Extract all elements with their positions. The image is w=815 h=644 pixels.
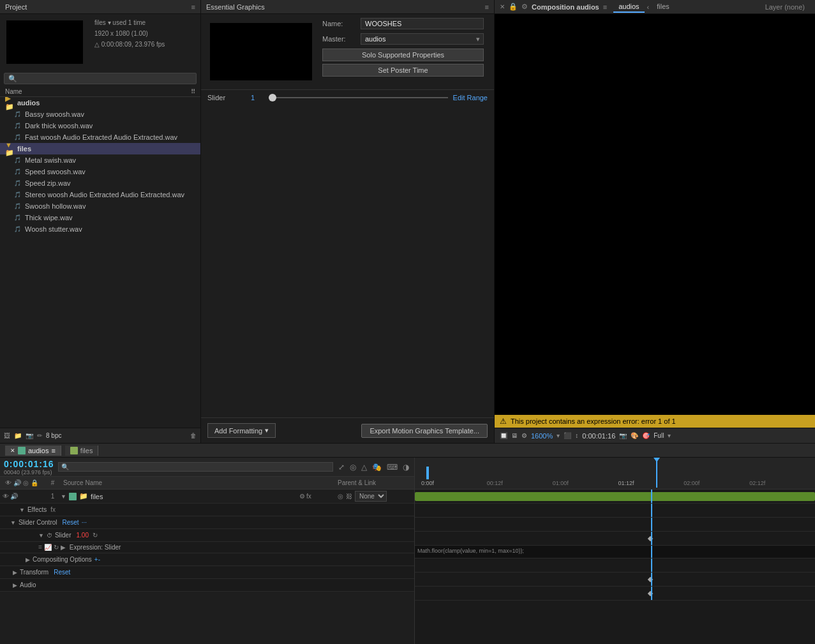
close-icon[interactable]: ✕ bbox=[10, 447, 15, 454]
solo-icon[interactable]: ◎ bbox=[348, 463, 357, 472]
comp-menu-icon[interactable]: ≡ bbox=[603, 3, 607, 11]
timeline-tab-audios[interactable]: ✕ audios ≡ bbox=[5, 446, 61, 456]
expand-icon[interactable]: ⤢ bbox=[337, 463, 346, 472]
time-marker-200: 02:00f bbox=[684, 480, 749, 486]
master-select[interactable]: audios bbox=[361, 33, 484, 45]
bpc-label: 8 bpc bbox=[46, 432, 61, 439]
track-lane-1 bbox=[415, 490, 815, 504]
expand-icon[interactable]: ▼ bbox=[61, 493, 66, 500]
list-item[interactable]: 🎵 Fast woosh Audio Extracted Audio Extra… bbox=[0, 131, 200, 143]
solo-supported-properties-button[interactable]: Solo Supported Properties bbox=[322, 49, 484, 61]
quality-icon[interactable]: ⌨ bbox=[385, 463, 399, 472]
audio-row[interactable]: ▶ Audio bbox=[0, 579, 414, 592]
comp-footer-icon8[interactable]: 🎯 bbox=[642, 432, 650, 439]
comp-footer-icon5[interactable]: ↕ bbox=[575, 432, 578, 439]
slider-track[interactable] bbox=[269, 97, 448, 98]
audio-icon: 🎵 bbox=[13, 156, 22, 165]
slider-control-label: Slider Control bbox=[19, 519, 57, 526]
expand-icon[interactable]: ▼ bbox=[10, 520, 16, 526]
list-item[interactable]: 🎵 Thick wipe.wav bbox=[0, 212, 200, 223]
timecode-display[interactable]: 0:00:01:16 bbox=[4, 459, 54, 469]
timeline-tab-files[interactable]: files bbox=[65, 446, 99, 456]
expand-icon[interactable]: ▼ bbox=[38, 532, 44, 539]
zoom-level[interactable]: 1600% bbox=[531, 432, 553, 440]
fx-icon[interactable]: fx bbox=[306, 493, 311, 500]
expand-icon[interactable]: ▶ bbox=[13, 582, 17, 588]
track-lane-expression: Math.floor(clamp(value, min=1, max=10)); bbox=[415, 546, 815, 558]
shy-icon[interactable]: 🎭 bbox=[371, 463, 383, 472]
cycles-icon: ↻ bbox=[93, 532, 98, 539]
effects-label-row[interactable]: ▼ Effects fx bbox=[0, 504, 414, 516]
slider-control-row[interactable]: ▼ Slider Control Reset ··· bbox=[0, 516, 414, 529]
list-item[interactable]: 🎵 Woosh stutter.wav bbox=[0, 223, 200, 235]
camera-icon[interactable]: 📷 bbox=[26, 432, 33, 439]
eye-icon[interactable]: 👁 bbox=[3, 493, 9, 500]
refresh-icon[interactable]: ↻ bbox=[54, 544, 59, 551]
time-marker-0: 0:00f bbox=[420, 480, 487, 486]
minus-icon[interactable]: - bbox=[98, 556, 100, 563]
list-item[interactable]: 🎵 Stereo woosh Audio Extracted Audio Ext… bbox=[0, 189, 200, 200]
more-options-icon[interactable]: ··· bbox=[82, 519, 87, 526]
name-label: Name: bbox=[322, 20, 361, 27]
essential-footer: Add Formatting ▾ Export Motion Graphics … bbox=[201, 417, 494, 443]
audio-icon: 🎵 bbox=[13, 110, 22, 119]
trash-icon[interactable]: 🗑 bbox=[190, 432, 197, 439]
export-motion-graphics-button[interactable]: Export Motion Graphics Template... bbox=[361, 424, 488, 438]
motion-blur-icon[interactable]: ◑ bbox=[401, 463, 410, 472]
slider-value-row[interactable]: ▼ ⏱ Slider 1.00 ↻ bbox=[0, 529, 414, 542]
timeline-menu-icon[interactable]: ≡ bbox=[51, 447, 55, 454]
list-item[interactable]: 🎵 Dark thick woosh.wav bbox=[0, 120, 200, 131]
layer-row[interactable]: 👁 🔊 1 ▼ 📁 files ⚙ fx ◎ ⛓ bbox=[0, 490, 414, 504]
folder-icon-btn[interactable]: 📁 bbox=[14, 432, 22, 439]
list-item[interactable]: 🎵 Metal swish.wav bbox=[0, 154, 200, 166]
list-item[interactable]: 🎵 Swoosh hollow.wav bbox=[0, 200, 200, 212]
essential-menu-icon[interactable]: ≡ bbox=[485, 3, 489, 11]
parent-select[interactable]: None bbox=[355, 491, 387, 502]
expand-icon[interactable]: ▼ bbox=[19, 507, 25, 513]
equals-icon[interactable]: = bbox=[38, 544, 42, 551]
graph-icon[interactable]: 📈 bbox=[44, 544, 52, 551]
play-icon[interactable]: ▶ bbox=[61, 544, 66, 551]
list-item[interactable]: ▶ 📁 audios bbox=[0, 97, 200, 109]
list-item[interactable]: 🎵 Speed swoosh.wav bbox=[0, 166, 200, 177]
comp-footer-icon3[interactable]: ⚙ bbox=[521, 432, 527, 439]
transform-row[interactable]: ▶ Transform Reset bbox=[0, 566, 414, 579]
comp-footer-icon2[interactable]: 🖥 bbox=[511, 432, 518, 439]
compositing-options-row[interactable]: ▶ Compositing Options + - bbox=[0, 553, 414, 566]
list-item-files[interactable]: ▼ 📁 files bbox=[0, 143, 200, 154]
settings-icon[interactable]: ⚙ bbox=[521, 3, 528, 11]
pencil-icon[interactable]: ✏ bbox=[37, 432, 42, 439]
quality-label[interactable]: Full bbox=[654, 432, 664, 439]
edit-range-button[interactable]: Edit Range bbox=[453, 94, 488, 101]
reset-button[interactable]: Reset bbox=[63, 519, 79, 526]
list-item[interactable]: 🎵 Speed zip.wav bbox=[0, 177, 200, 189]
stopwatch-icon[interactable]: ⏱ bbox=[47, 532, 52, 539]
expand-icon[interactable]: ▶ bbox=[26, 557, 30, 563]
new-item-icon[interactable]: 🖼 bbox=[4, 432, 10, 439]
playhead-on-track bbox=[651, 504, 652, 517]
lock-icon[interactable]: 🔒 bbox=[509, 3, 518, 11]
parent-link-icon[interactable]: ⛓ bbox=[346, 493, 352, 500]
comp-footer-icon1[interactable]: 🔲 bbox=[500, 432, 507, 439]
tab-files[interactable]: files bbox=[652, 1, 675, 13]
timeline-search-input[interactable] bbox=[58, 462, 334, 472]
set-poster-time-button[interactable]: Set Poster Time bbox=[322, 64, 484, 77]
playhead-line bbox=[656, 458, 657, 488]
transform-reset-button[interactable]: Reset bbox=[54, 569, 70, 576]
slider-thumb[interactable] bbox=[269, 94, 276, 101]
add-formatting-button[interactable]: Add Formatting ▾ bbox=[207, 423, 276, 438]
comp-footer-icon6[interactable]: 📷 bbox=[619, 432, 627, 439]
lock-icon[interactable]: △ bbox=[360, 463, 368, 472]
tab-audios[interactable]: audios bbox=[613, 1, 644, 13]
parent-link-column-header: Parent & Link bbox=[338, 479, 414, 486]
switches-icon[interactable]: ⚙ bbox=[299, 493, 305, 500]
name-input[interactable] bbox=[361, 18, 484, 29]
list-item[interactable]: 🎵 Bassy swoosh.wav bbox=[0, 109, 200, 120]
comp-footer-icon7[interactable]: 🎨 bbox=[631, 432, 638, 439]
comp-footer-icon4[interactable]: ⬛ bbox=[564, 432, 571, 439]
project-menu-icon[interactable]: ≡ bbox=[191, 3, 195, 11]
project-search-input[interactable] bbox=[4, 73, 197, 84]
audio-toggle-icon[interactable]: 🔊 bbox=[10, 493, 18, 500]
close-icon[interactable]: ✕ bbox=[500, 3, 505, 10]
expand-icon[interactable]: ▶ bbox=[13, 569, 17, 576]
